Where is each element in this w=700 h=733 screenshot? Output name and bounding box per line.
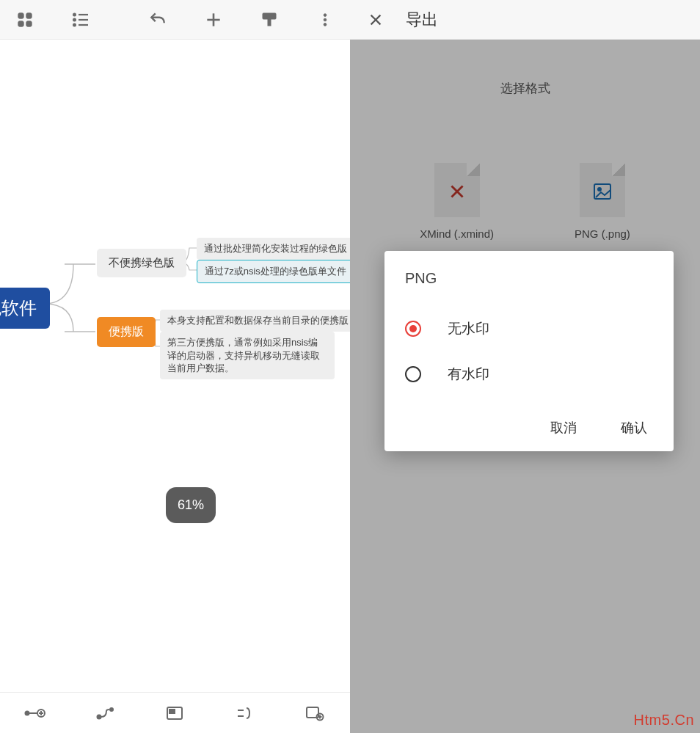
grid-icon[interactable]	[12, 7, 38, 33]
confirm-button[interactable]: 确认	[621, 419, 647, 437]
more-icon[interactable]	[312, 7, 338, 33]
page-watermark: Htm5.Cn	[634, 712, 694, 729]
svg-point-16	[324, 23, 327, 26]
leaf-node[interactable]: 第三方便携版，通常例如采用nsis编译的启动器，支持异机移动无缝读取当前用户数据…	[160, 332, 335, 379]
radio-no-watermark[interactable]: 无水印	[405, 306, 653, 351]
svg-rect-12	[263, 13, 276, 19]
dialog-title: PNG	[405, 270, 653, 287]
svg-rect-1	[26, 12, 32, 18]
export-header: 导出	[350, 0, 700, 40]
root-node[interactable]: 色软件	[0, 288, 50, 329]
add-sibling-icon[interactable]	[90, 699, 120, 728]
svg-point-7	[73, 13, 76, 15]
svg-point-17	[25, 711, 29, 715]
radio-label: 无水印	[448, 319, 489, 338]
close-icon[interactable]	[366, 10, 385, 29]
radio-icon	[405, 321, 421, 337]
top-toolbar	[0, 0, 350, 40]
svg-point-8	[73, 18, 76, 21]
png-options-dialog: PNG 无水印 有水印 取消 确认	[384, 251, 674, 451]
svg-point-9	[73, 23, 76, 26]
undo-icon[interactable]	[145, 7, 171, 33]
radio-icon	[405, 366, 421, 382]
svg-rect-2	[18, 21, 23, 26]
svg-point-14	[324, 13, 327, 16]
bottom-toolbar	[0, 692, 350, 733]
svg-rect-0	[18, 12, 23, 18]
svg-point-15	[324, 18, 327, 21]
radio-label: 有水印	[448, 365, 489, 384]
summary-icon[interactable]	[230, 699, 260, 728]
svg-rect-13	[268, 19, 271, 26]
node-group-b[interactable]: 便携版	[97, 317, 156, 347]
svg-point-23	[110, 708, 113, 711]
list-icon[interactable]	[68, 7, 94, 33]
zoom-badge: 61%	[166, 487, 216, 523]
leaf-node[interactable]: 通过批处理简化安装过程的绿色版	[197, 238, 350, 260]
svg-point-22	[98, 715, 101, 718]
add-subtopic-icon[interactable]	[21, 699, 50, 728]
svg-rect-3	[26, 21, 32, 26]
export-title: 导出	[406, 9, 438, 31]
leaf-node[interactable]: 本身支持配置和数据保存当前目录的便携版	[160, 310, 350, 332]
attach-icon[interactable]	[300, 699, 329, 728]
note-icon[interactable]	[160, 699, 189, 728]
cancel-button[interactable]: 取消	[550, 419, 577, 437]
mindmap-canvas[interactable]: 色软件 不便携绿色版 便携版 通过批处理简化安装过程的绿色版 通过7z或nsis…	[0, 40, 350, 692]
radio-with-watermark[interactable]: 有水印	[405, 351, 653, 397]
node-group-a[interactable]: 不便携绿色版	[97, 249, 186, 277]
leaf-node-selected[interactable]: 通过7z或nsis处理的绿色版单文件	[197, 260, 350, 283]
svg-rect-25	[169, 710, 175, 713]
add-icon[interactable]	[200, 7, 227, 33]
brush-icon[interactable]	[256, 7, 282, 33]
